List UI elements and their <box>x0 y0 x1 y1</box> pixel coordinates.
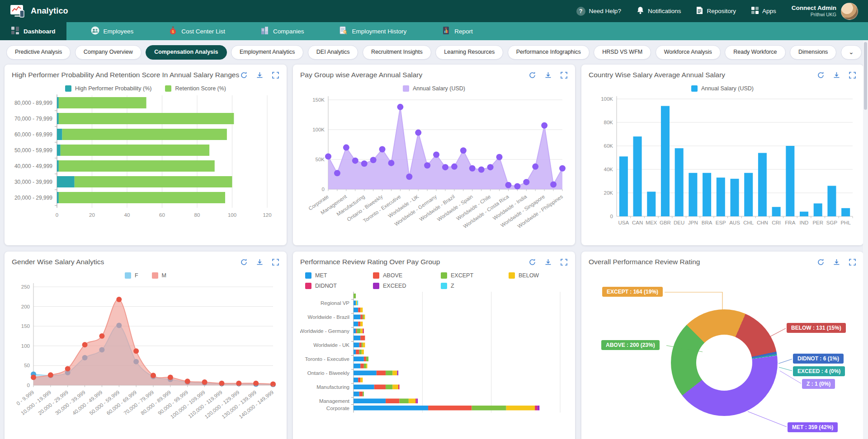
bar-high-performer[interactable] <box>57 160 59 172</box>
data-point[interactable] <box>361 160 368 167</box>
stack-segment-EXCEPT[interactable] <box>363 392 364 397</box>
refresh-icon[interactable] <box>240 71 248 79</box>
legend-item[interactable]: BELOW <box>509 272 563 279</box>
data-point[interactable] <box>352 158 359 164</box>
stack-segment-ABOVE[interactable] <box>359 392 363 397</box>
nav-tab-report[interactable]: Report <box>431 22 484 40</box>
bar-retention[interactable] <box>75 176 232 187</box>
filter-pill-dei-analytics[interactable]: DEI Analytics <box>308 45 359 60</box>
apps-button[interactable]: Apps <box>751 7 776 15</box>
user-menu[interactable]: Connect Admin Prithwi UKG <box>792 3 858 20</box>
slice-badge-below[interactable]: BELOW : 131 (15%) <box>787 323 846 333</box>
notifications-button[interactable]: Notifications <box>637 6 681 16</box>
filter-pill-dimensions[interactable]: Dimensions <box>790 45 836 60</box>
legend-item[interactable]: M <box>152 272 166 279</box>
stack-segment-ABOVE[interactable] <box>358 322 360 327</box>
stack-segment-MET[interactable] <box>354 315 360 320</box>
filter-pill-ready-workforce[interactable]: Ready Workforce <box>725 45 785 60</box>
data-point-M[interactable] <box>133 348 139 354</box>
stack-segment-ABOVE[interactable] <box>374 385 386 390</box>
refresh-icon[interactable] <box>240 258 248 266</box>
bar-retention[interactable] <box>59 160 215 172</box>
stack-segment-MET[interactable] <box>354 406 428 411</box>
need-help-button[interactable]: ? Need Help? <box>576 7 621 16</box>
stack-segment-DIDNOT[interactable] <box>415 399 417 404</box>
stack-segment-ABOVE[interactable] <box>358 308 360 313</box>
data-point-M[interactable] <box>31 375 36 380</box>
data-point[interactable] <box>487 164 494 170</box>
stack-segment-MET[interactable] <box>354 364 360 369</box>
legend-item[interactable]: MET <box>305 272 359 279</box>
data-point[interactable] <box>406 173 412 180</box>
stack-segment-EXCEPT[interactable] <box>362 343 363 348</box>
data-point[interactable] <box>370 157 377 163</box>
stack-segment-BELOW[interactable] <box>363 343 365 348</box>
stack-segment-ABOVE[interactable] <box>360 336 365 341</box>
nav-tab-cost-center-list[interactable]: $Cost Center List <box>158 22 236 40</box>
stack-segment-MET[interactable] <box>354 371 377 376</box>
bar-retention[interactable] <box>59 113 234 124</box>
data-point[interactable] <box>532 163 538 170</box>
stack-segment-EXCEPT[interactable] <box>354 294 356 299</box>
data-point[interactable] <box>541 122 547 129</box>
bar-high-performer[interactable] <box>57 113 59 124</box>
stack-segment-BELOW[interactable] <box>360 308 363 313</box>
expand-icon[interactable] <box>849 71 856 79</box>
legend-item[interactable]: Retention Score (%) <box>165 85 226 92</box>
filter-pill-hrsd-vs-wfm[interactable]: HRSD VS WFM <box>594 45 651 60</box>
stack-segment-ABOVE[interactable] <box>356 350 359 355</box>
stack-segment-EXCEED[interactable] <box>537 406 539 411</box>
data-point[interactable] <box>460 147 467 154</box>
filter-pill-company-overview[interactable]: Company Overview <box>75 45 142 60</box>
slice-badge-didnot[interactable]: DIDNOT : 6 (1%) <box>793 354 844 364</box>
stack-segment-BELOW[interactable] <box>362 350 364 355</box>
data-point[interactable] <box>442 164 448 170</box>
stack-segment-EXCEED[interactable] <box>397 371 398 376</box>
stack-segment-EXCEPT[interactable] <box>386 385 392 390</box>
expand-icon[interactable] <box>272 71 279 79</box>
refresh-icon[interactable] <box>528 71 536 79</box>
bar-country-salary[interactable] <box>800 212 808 216</box>
stack-segment-BELOW[interactable] <box>360 329 363 334</box>
stack-segment-DIDNOT[interactable] <box>363 329 364 334</box>
stack-segment-EXCEPT[interactable] <box>366 357 368 362</box>
legend-item[interactable]: DIDNOT <box>305 283 359 289</box>
bar-country-salary[interactable] <box>647 191 656 216</box>
stack-segment-EXCEPT[interactable] <box>359 350 362 355</box>
bar-retention[interactable] <box>59 97 146 108</box>
data-point[interactable] <box>397 104 403 110</box>
stack-segment-ABOVE[interactable] <box>359 343 362 348</box>
stack-segment-MET[interactable] <box>354 392 359 397</box>
slice-badge-met[interactable]: MET : 359 (42%) <box>788 422 838 432</box>
filter-pill-employment-analytics[interactable]: Employment Analytics <box>231 45 303 60</box>
data-point-M[interactable] <box>253 381 259 386</box>
slice-badge-above[interactable]: ABOVE : 200 (23%) <box>601 340 660 350</box>
bar-country-salary[interactable] <box>675 148 684 216</box>
stack-segment-EXCEPT[interactable] <box>357 329 361 334</box>
data-point[interactable] <box>334 170 340 176</box>
bar-country-salary[interactable] <box>786 146 794 216</box>
legend-item[interactable]: EXCEED <box>373 283 427 289</box>
stack-segment-MET[interactable] <box>354 357 364 362</box>
data-point-M[interactable] <box>185 378 190 384</box>
stack-segment-BELOW[interactable] <box>364 315 365 320</box>
stack-segment-MET[interactable] <box>354 336 360 341</box>
stack-segment-DIDNOT[interactable] <box>535 406 537 411</box>
data-point-M[interactable] <box>168 375 173 380</box>
data-point[interactable] <box>514 183 520 189</box>
expand-icon[interactable] <box>272 258 279 266</box>
expand-icon[interactable] <box>560 71 568 79</box>
legend-item[interactable]: EXCEPT <box>441 272 495 279</box>
bar-country-salary[interactable] <box>633 136 642 216</box>
bar-country-salary[interactable] <box>772 207 781 216</box>
filter-pill-predictive-analysis[interactable]: Predictive Analysis <box>6 45 71 60</box>
filter-pill-learning-resources[interactable]: Learning Resources <box>435 45 503 60</box>
refresh-icon[interactable] <box>528 258 536 266</box>
legend-item[interactable]: F <box>125 272 138 279</box>
data-point[interactable] <box>559 165 566 172</box>
bar-country-salary[interactable] <box>814 203 822 216</box>
expand-icon[interactable] <box>849 258 856 266</box>
stack-segment-MET[interactable] <box>354 322 358 327</box>
filter-pill-compensation-analysis[interactable]: Compensation Analysis <box>146 45 226 60</box>
bar-retention[interactable] <box>61 145 209 156</box>
